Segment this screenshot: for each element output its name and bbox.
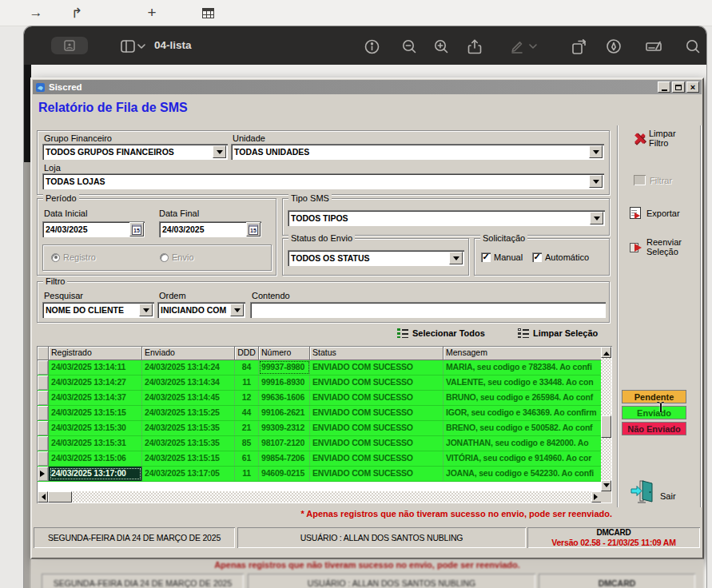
cell-ddd[interactable]: 61 bbox=[235, 451, 259, 466]
add-icon[interactable]: + bbox=[142, 5, 161, 21]
cell-numero[interactable]: 99937-8980 bbox=[259, 360, 310, 375]
horizontal-scrollbar[interactable] bbox=[38, 491, 602, 503]
manual-checkbox[interactable]: Manual bbox=[481, 252, 523, 262]
row-selector[interactable] bbox=[38, 375, 49, 390]
markup-pen-circle-icon[interactable] bbox=[604, 37, 623, 56]
table-row[interactable]: 24/03/2025 13:15:1524/03/2025 13:15:2544… bbox=[38, 406, 602, 421]
cell-numero[interactable]: 99636-1606 bbox=[259, 391, 310, 405]
cell-mensagem[interactable]: BRENO, seu codigo e 500582. Ao conf bbox=[444, 421, 602, 435]
info-icon[interactable] bbox=[362, 37, 381, 56]
highlight-pen-icon[interactable] bbox=[507, 37, 527, 56]
col-numero[interactable]: Número bbox=[259, 347, 310, 360]
cell-enviado[interactable]: 24/03/2025 13:15:35 bbox=[142, 421, 235, 435]
table-row[interactable]: 24/03/2025 13:17:0024/03/2025 13:17:0511… bbox=[38, 467, 602, 482]
cell-ddd[interactable]: 85 bbox=[235, 436, 259, 451]
row-selector[interactable] bbox=[38, 421, 49, 435]
chevron-down-icon[interactable] bbox=[589, 175, 603, 188]
cell-status[interactable]: ENVIADO COM SUCESSO bbox=[310, 391, 444, 405]
cell-status[interactable]: ENVIADO COM SUCESSO bbox=[310, 421, 444, 435]
cell-numero[interactable]: 99106-2621 bbox=[259, 406, 310, 420]
row-selector[interactable] bbox=[38, 467, 49, 481]
cell-status[interactable]: ENVIADO COM SUCESSO bbox=[310, 375, 444, 390]
cell-enviado[interactable]: 24/03/2025 13:15:35 bbox=[142, 436, 235, 451]
table-row[interactable]: 24/03/2025 13:15:0624/03/2025 13:15:1561… bbox=[38, 451, 602, 467]
cell-registrado[interactable]: 24/03/2025 13:15:30 bbox=[49, 421, 142, 435]
share-icon[interactable] bbox=[465, 37, 484, 56]
table-row[interactable]: 24/03/2025 13:15:3124/03/2025 13:15:3585… bbox=[38, 436, 602, 451]
registro-radio-circle[interactable] bbox=[51, 253, 60, 262]
cell-status[interactable]: ENVIADO COM SUCESSO bbox=[310, 436, 444, 451]
row-selector[interactable] bbox=[38, 391, 49, 405]
table-icon[interactable] bbox=[198, 5, 217, 21]
registro-radio[interactable]: Registro bbox=[51, 252, 96, 262]
cell-registrado[interactable]: 24/03/2025 13:15:06 bbox=[49, 451, 142, 466]
cell-ddd[interactable]: 21 bbox=[235, 421, 259, 435]
elbow-arrow-icon[interactable]: ↱ bbox=[67, 5, 86, 21]
data-inicial-field[interactable]: 24/03/2025 15 bbox=[42, 221, 145, 237]
limpar-filtro-button[interactable]: LimparFiltro bbox=[634, 129, 676, 148]
cell-mensagem[interactable]: JOANA, seu codigo e 542230. Ao confi bbox=[444, 467, 602, 481]
pesquisar-select[interactable]: NOME DO CLIENTE bbox=[42, 302, 154, 318]
data-final-field[interactable]: 24/03/2025 15 bbox=[159, 221, 261, 237]
cell-mensagem[interactable]: VALENTE, seu codigo e 33448. Ao con bbox=[444, 375, 602, 390]
cell-ddd[interactable]: 11 bbox=[235, 375, 259, 390]
maximize-button[interactable] bbox=[672, 81, 685, 93]
col-status[interactable]: Status bbox=[310, 347, 444, 360]
horizontal-scroll-thumb[interactable] bbox=[48, 491, 72, 503]
cell-ddd[interactable]: 12 bbox=[235, 391, 259, 405]
minimize-button[interactable] bbox=[658, 81, 670, 93]
chevron-down-icon[interactable] bbox=[589, 145, 603, 158]
chevron-down-icon[interactable] bbox=[449, 252, 463, 264]
zoom-out-icon[interactable] bbox=[400, 37, 419, 56]
cell-enviado[interactable]: 24/03/2025 13:17:05 bbox=[142, 467, 235, 481]
vertical-scroll-thumb[interactable] bbox=[601, 415, 611, 438]
grupo-financeiro-select[interactable]: TODOS GRUPOS FINANCEIROS bbox=[42, 144, 228, 160]
title-chevron-down-icon[interactable] bbox=[136, 37, 147, 56]
document-pill-button[interactable] bbox=[51, 37, 88, 54]
siscred-titlebar[interactable]: Siscred × bbox=[33, 80, 702, 94]
calendar-icon[interactable]: 15 bbox=[129, 222, 144, 236]
search-icon[interactable] bbox=[683, 37, 702, 56]
ordem-select[interactable]: INICIANDO COM bbox=[157, 302, 245, 318]
cell-numero[interactable]: 94609-0215 bbox=[259, 467, 310, 481]
chevron-down-icon[interactable] bbox=[590, 212, 603, 224]
sair-button[interactable]: Sair bbox=[630, 479, 676, 504]
forward-arrow-icon[interactable]: → bbox=[26, 5, 46, 21]
scroll-down-button[interactable] bbox=[601, 480, 611, 491]
chevron-down-icon[interactable] bbox=[139, 304, 153, 316]
cell-status[interactable]: ENVIADO COM SUCESSO bbox=[310, 360, 444, 375]
scroll-up-button[interactable] bbox=[601, 347, 611, 358]
envio-radio[interactable]: Envio bbox=[160, 252, 194, 262]
cell-registrado[interactable]: 24/03/2025 13:14:11 bbox=[49, 360, 142, 375]
contendo-input[interactable] bbox=[250, 302, 606, 318]
chevron-down-icon[interactable] bbox=[213, 145, 226, 158]
table-row[interactable]: 24/03/2025 13:14:1124/03/2025 13:14:2484… bbox=[38, 360, 602, 375]
status-envio-select[interactable]: TODOS OS STATUS bbox=[288, 250, 464, 266]
table-row[interactable]: 24/03/2025 13:14:2724/03/2025 13:14:3411… bbox=[38, 375, 602, 391]
close-button[interactable]: × bbox=[686, 81, 699, 93]
cell-enviado[interactable]: 24/03/2025 13:14:24 bbox=[142, 360, 235, 375]
sidebar-toggle-icon[interactable] bbox=[118, 37, 137, 56]
automatico-checkbox-box[interactable] bbox=[532, 252, 542, 262]
cell-mensagem[interactable]: BRUNO, seu codigo e 265984. Ao conf bbox=[444, 391, 602, 405]
row-selector[interactable] bbox=[38, 406, 49, 420]
automatico-checkbox[interactable]: Automático bbox=[532, 252, 589, 262]
row-selector[interactable] bbox=[38, 436, 49, 451]
cell-mensagem[interactable]: MARIA, seu codigo e 782384. Ao confi bbox=[444, 360, 602, 375]
cell-enviado[interactable]: 24/03/2025 13:15:25 bbox=[142, 406, 235, 420]
select-all-button[interactable]: Selecionar Todos bbox=[397, 328, 485, 338]
cell-mensagem[interactable]: VITÓRIA, seu codigo e 914960. Ao cor bbox=[444, 451, 602, 466]
cell-enviado[interactable]: 24/03/2025 13:14:34 bbox=[142, 375, 235, 390]
cell-numero[interactable]: 99916-8930 bbox=[259, 375, 310, 390]
table-row[interactable]: 24/03/2025 13:15:3024/03/2025 13:15:3521… bbox=[38, 421, 602, 436]
cell-ddd[interactable]: 11 bbox=[235, 467, 259, 481]
rotate-icon[interactable] bbox=[569, 37, 588, 56]
cell-mensagem[interactable]: JONATHAN, seu codigo e 842000. Ao bbox=[444, 436, 602, 451]
cell-ddd[interactable]: 84 bbox=[235, 360, 259, 375]
col-mensagem[interactable]: Mensagem bbox=[444, 347, 602, 360]
row-selector[interactable] bbox=[38, 360, 49, 375]
cell-registrado[interactable]: 24/03/2025 13:14:27 bbox=[49, 375, 142, 390]
reenviar-selecao-button[interactable]: ReenviarSeleção bbox=[630, 237, 682, 256]
cell-registrado[interactable]: 24/03/2025 13:14:37 bbox=[49, 391, 142, 405]
chevron-down-icon[interactable] bbox=[230, 304, 244, 316]
